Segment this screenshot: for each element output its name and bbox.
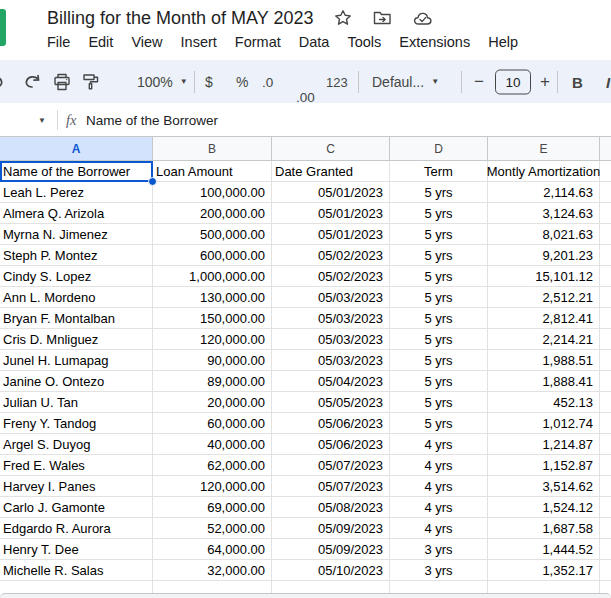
cell[interactable]: 4 yrs — [390, 518, 488, 539]
cell[interactable]: Edgardo R. Aurora — [0, 518, 153, 539]
cell[interactable]: 200,000.00 — [153, 203, 272, 224]
cell[interactable]: 05/01/2023 — [272, 203, 390, 224]
cell[interactable]: 5 yrs — [390, 245, 488, 266]
formula-input[interactable]: Name of the Borrower — [86, 112, 218, 127]
cell[interactable]: 1,214.87 — [488, 434, 600, 455]
cell[interactable]: 130,000.00 — [153, 287, 272, 308]
cell[interactable]: Carlo J. Gamonte — [0, 497, 153, 518]
cell[interactable] — [600, 371, 611, 392]
percent-format-button[interactable]: % — [236, 74, 248, 90]
column-header-d[interactable]: D — [390, 137, 488, 160]
cell[interactable]: 32,000.00 — [153, 560, 272, 581]
move-folder-icon[interactable] — [373, 10, 392, 26]
cell[interactable]: 5 yrs — [390, 392, 488, 413]
cell[interactable]: 05/03/2023 — [272, 287, 390, 308]
cell[interactable]: 5 yrs — [390, 224, 488, 245]
cell[interactable]: 89,000.00 — [153, 371, 272, 392]
cell[interactable]: 64,000.00 — [153, 539, 272, 560]
menu-data[interactable]: Data — [290, 31, 339, 53]
cell[interactable]: 5 yrs — [390, 371, 488, 392]
cell[interactable]: 120,000.00 — [153, 476, 272, 497]
cell[interactable]: 05/10/2023 — [272, 560, 390, 581]
cell[interactable]: 69,000.00 — [153, 497, 272, 518]
cell[interactable]: Leah L. Perez — [0, 182, 153, 203]
column-header-f-partial[interactable] — [600, 137, 611, 160]
cell[interactable] — [600, 560, 611, 581]
cell[interactable] — [600, 413, 611, 434]
cell[interactable]: 8,021.63 — [488, 224, 600, 245]
menu-help[interactable]: Help — [479, 31, 527, 53]
cell[interactable] — [600, 308, 611, 329]
cell[interactable]: 4 yrs — [390, 476, 488, 497]
cell[interactable]: 600,000.00 — [153, 245, 272, 266]
cell[interactable]: 05/05/2023 — [272, 392, 390, 413]
cell[interactable] — [600, 497, 611, 518]
cell[interactable]: 1,000,000.00 — [153, 266, 272, 287]
paint-format-icon[interactable] — [82, 73, 100, 91]
cell[interactable]: 05/03/2023 — [272, 308, 390, 329]
cell[interactable]: 1,888.41 — [488, 371, 600, 392]
menu-extensions[interactable]: Extensions — [390, 31, 479, 53]
cell[interactable]: 05/07/2023 — [272, 476, 390, 497]
cell[interactable] — [488, 581, 600, 593]
menu-insert[interactable]: Insert — [172, 31, 226, 53]
cell[interactable]: 1,687.58 — [488, 518, 600, 539]
cell[interactable]: 05/03/2023 — [272, 329, 390, 350]
cell[interactable]: 3,124.63 — [488, 203, 600, 224]
cell[interactable]: 5 yrs — [390, 350, 488, 371]
cell[interactable]: Bryan F. Montalban — [0, 308, 153, 329]
cell[interactable]: 5 yrs — [390, 203, 488, 224]
cell[interactable] — [600, 539, 611, 560]
cell[interactable]: 05/01/2023 — [272, 182, 390, 203]
cell[interactable]: Cris D. Mnliguez — [0, 329, 153, 350]
cell[interactable] — [600, 224, 611, 245]
cell[interactable]: Montly Amortization — [488, 161, 600, 182]
cell[interactable] — [390, 581, 488, 593]
cell[interactable] — [600, 329, 611, 350]
cell[interactable] — [600, 161, 611, 182]
cell[interactable]: 9,201.23 — [488, 245, 600, 266]
cell[interactable]: 4 yrs — [390, 497, 488, 518]
increase-decimal-button[interactable]: .00 → — [296, 89, 611, 103]
cell[interactable]: 2,812.41 — [488, 308, 600, 329]
menu-view[interactable]: View — [122, 31, 171, 53]
cell[interactable]: Fred E. Wales — [0, 455, 153, 476]
cell[interactable]: 05/08/2023 — [272, 497, 390, 518]
cell[interactable]: Argel S. Duyog — [0, 434, 153, 455]
cell[interactable] — [153, 581, 272, 593]
cell[interactable] — [600, 266, 611, 287]
cell[interactable]: 05/06/2023 — [272, 434, 390, 455]
cell[interactable]: 15,101.12 — [488, 266, 600, 287]
cell[interactable]: 3,514.62 — [488, 476, 600, 497]
column-header-b[interactable]: B — [153, 137, 272, 160]
cell[interactable]: 90,000.00 — [153, 350, 272, 371]
cell[interactable]: Myrna N. Jimenez — [0, 224, 153, 245]
increase-font-size-button[interactable]: + — [540, 72, 550, 92]
fill-handle[interactable] — [148, 177, 157, 186]
cell[interactable]: 120,000.00 — [153, 329, 272, 350]
cell[interactable]: 1,152.87 — [488, 455, 600, 476]
cell[interactable] — [600, 350, 611, 371]
menu-format[interactable]: Format — [226, 31, 290, 53]
cell[interactable]: Ann L. Mordeno — [0, 287, 153, 308]
cell[interactable]: 40,000.00 — [153, 434, 272, 455]
cell[interactable]: 2,114.63 — [488, 182, 600, 203]
cell[interactable]: 2,214.21 — [488, 329, 600, 350]
cell[interactable] — [600, 287, 611, 308]
cell[interactable]: 4 yrs — [390, 455, 488, 476]
cell[interactable]: Steph P. Montez — [0, 245, 153, 266]
cell[interactable]: Freny Y. Tandog — [0, 413, 153, 434]
star-icon[interactable] — [334, 9, 352, 27]
cell[interactable]: 05/09/2023 — [272, 518, 390, 539]
cell[interactable]: 05/01/2023 — [272, 224, 390, 245]
document-title[interactable]: Billing for the Month of MAY 2023 — [47, 8, 313, 29]
cell[interactable] — [600, 455, 611, 476]
cloud-saved-icon[interactable] — [413, 11, 434, 26]
cell[interactable]: 100,000.00 — [153, 182, 272, 203]
cell[interactable]: 1,012.74 — [488, 413, 600, 434]
cell[interactable]: 1,988.51 — [488, 350, 600, 371]
menu-edit[interactable]: Edit — [79, 31, 122, 53]
sheets-logo-icon[interactable] — [0, 9, 6, 46]
column-header-c[interactable]: C — [272, 137, 390, 160]
menu-tools[interactable]: Tools — [338, 31, 390, 53]
